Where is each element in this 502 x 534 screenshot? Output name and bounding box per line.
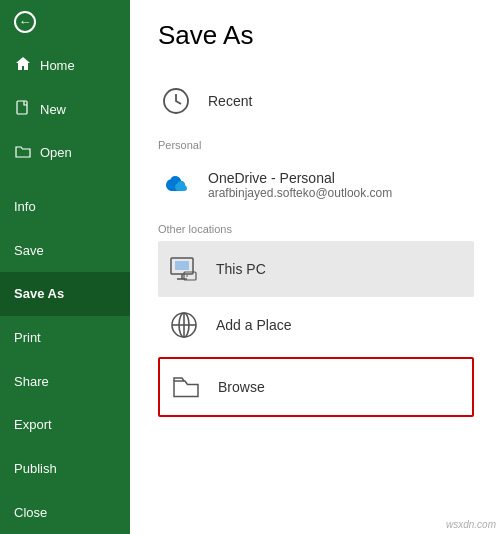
add-place-item[interactable]: Add a Place — [158, 297, 474, 353]
recent-label: Recent — [208, 93, 252, 109]
sidebar-label-close: Close — [14, 505, 47, 520]
sidebar-label-save: Save — [14, 243, 44, 258]
sidebar-label-share: Share — [14, 374, 49, 389]
main-content: Save As Recent Personal OneDrive - Perso… — [130, 0, 502, 534]
sidebar-item-export[interactable]: Export — [0, 403, 130, 447]
sidebar-item-publish[interactable]: Publish — [0, 447, 130, 491]
sidebar-item-close[interactable]: Close — [0, 490, 130, 534]
section-other: Other locations — [158, 223, 474, 237]
this-pc-label: This PC — [216, 261, 266, 277]
back-icon: ← — [14, 11, 36, 33]
onedrive-email: arafbinjayed.softeko@outlook.com — [208, 186, 392, 200]
browse-label: Browse — [218, 379, 265, 395]
browse-icon — [168, 369, 204, 405]
sidebar-item-info[interactable]: Info — [0, 185, 130, 229]
sidebar-item-new[interactable]: New — [0, 87, 130, 131]
page-title: Save As — [158, 20, 474, 51]
sidebar-label-new: New — [40, 102, 66, 117]
onedrive-text: OneDrive - Personal arafbinjayed.softeko… — [208, 170, 392, 200]
watermark: wsxdn.com — [446, 519, 496, 530]
sidebar-label-home: Home — [40, 58, 75, 73]
sidebar-item-open[interactable]: Open — [0, 131, 130, 175]
back-button[interactable]: ← — [0, 0, 130, 44]
browse-item[interactable]: Browse — [158, 357, 474, 417]
onedrive-item[interactable]: OneDrive - Personal arafbinjayed.softeko… — [158, 157, 474, 213]
sidebar-label-publish: Publish — [14, 461, 57, 476]
open-icon — [14, 143, 32, 162]
sidebar-label-info: Info — [14, 199, 36, 214]
svg-rect-0 — [17, 101, 27, 114]
sidebar-item-print[interactable]: Print — [0, 316, 130, 360]
add-place-label: Add a Place — [216, 317, 292, 333]
add-place-icon — [166, 307, 202, 343]
onedrive-name: OneDrive - Personal — [208, 170, 392, 186]
sidebar-item-home[interactable]: Home — [0, 44, 130, 88]
section-personal: Personal — [158, 139, 474, 153]
this-pc-icon — [166, 251, 202, 287]
sidebar-label-save-as: Save As — [14, 286, 64, 301]
svg-rect-3 — [175, 261, 189, 270]
recent-icon — [158, 83, 194, 119]
new-icon — [14, 100, 32, 119]
sidebar: ← Home New Open Info Save — [0, 0, 130, 534]
sidebar-label-open: Open — [40, 145, 72, 160]
sidebar-label-print: Print — [14, 330, 41, 345]
sidebar-item-save[interactable]: Save — [0, 228, 130, 272]
home-icon — [14, 56, 32, 75]
sidebar-item-share[interactable]: Share — [0, 359, 130, 403]
sidebar-label-export: Export — [14, 417, 52, 432]
onedrive-icon — [158, 167, 194, 203]
sidebar-item-save-as[interactable]: Save As — [0, 272, 130, 316]
recent-item[interactable]: Recent — [158, 73, 474, 129]
this-pc-item[interactable]: This PC — [158, 241, 474, 297]
